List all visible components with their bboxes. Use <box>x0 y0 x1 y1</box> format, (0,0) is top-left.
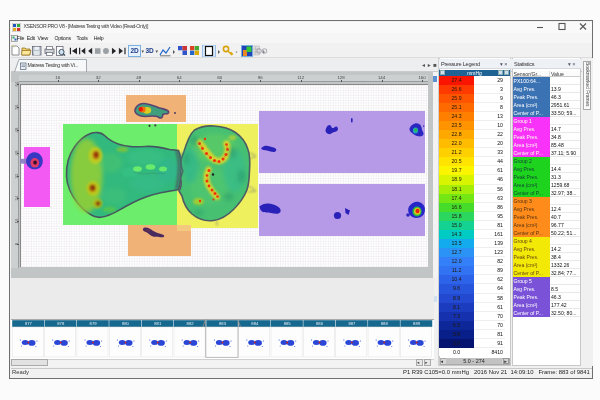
svg-text:886: 886 <box>316 321 324 326</box>
svg-text:884: 884 <box>251 321 259 326</box>
svg-text:883: 883 <box>218 321 226 326</box>
svg-text:879: 879 <box>89 321 97 326</box>
svg-text:877: 877 <box>24 321 32 326</box>
svg-text:881: 881 <box>154 321 162 326</box>
svg-text:882: 882 <box>186 321 194 326</box>
svg-text:887: 887 <box>348 321 356 326</box>
svg-text:885: 885 <box>283 321 291 326</box>
svg-text:889: 889 <box>413 321 421 326</box>
svg-text:878: 878 <box>57 321 65 326</box>
svg-text:888: 888 <box>380 321 388 326</box>
svg-text:880: 880 <box>121 321 129 326</box>
